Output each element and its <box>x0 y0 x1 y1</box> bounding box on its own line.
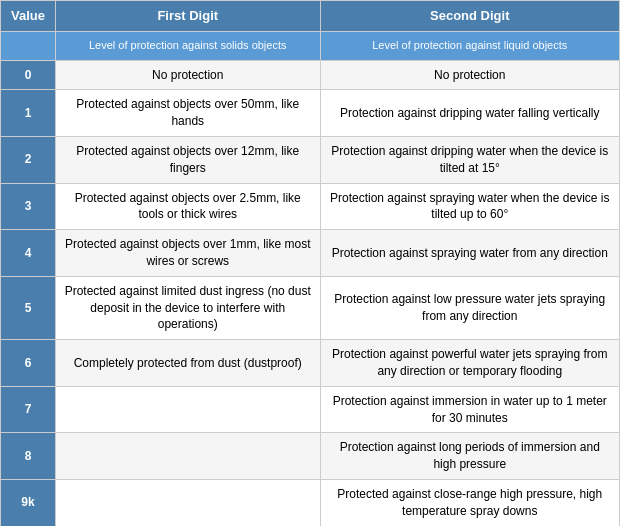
table-row: 0No protectionNo protection <box>1 60 620 90</box>
second-digit-sub-header: Level of protection against liquid objec… <box>320 32 619 60</box>
first-digit-cell <box>55 386 320 433</box>
first-digit-cell: Protected against limited dust ingress (… <box>55 276 320 339</box>
first-digit-cell <box>55 479 320 526</box>
value-cell: 9k <box>1 479 56 526</box>
first-digit-cell: Protected against objects over 2.5mm, li… <box>55 183 320 230</box>
table-row: 3Protected against objects over 2.5mm, l… <box>1 183 620 230</box>
value-cell: 0 <box>1 60 56 90</box>
table-row: 1Protected against objects over 50mm, li… <box>1 90 620 137</box>
table-row: 2Protected against objects over 12mm, li… <box>1 136 620 183</box>
first-digit-cell: Protected against objects over 50mm, lik… <box>55 90 320 137</box>
table-row: 4Protected against objects over 1mm, lik… <box>1 230 620 277</box>
second-digit-header: Second Digit <box>320 1 619 32</box>
second-digit-cell: Protection against low pressure water je… <box>320 276 619 339</box>
value-cell: 4 <box>1 230 56 277</box>
table-row: 6Completely protected from dust (dustpro… <box>1 340 620 387</box>
value-cell: 5 <box>1 276 56 339</box>
value-cell: 6 <box>1 340 56 387</box>
second-digit-cell: Protected against close-range high press… <box>320 479 619 526</box>
table-row: 5Protected against limited dust ingress … <box>1 276 620 339</box>
table-row: 8Protection against long periods of imme… <box>1 433 620 480</box>
table-row: 9kProtected against close-range high pre… <box>1 479 620 526</box>
header-top-row: Value First Digit Second Digit <box>1 1 620 32</box>
second-digit-cell: Protection against spraying water from a… <box>320 230 619 277</box>
value-cell: 2 <box>1 136 56 183</box>
second-digit-cell: Protection against immersion in water up… <box>320 386 619 433</box>
header-sub-row: Level of protection against solids objec… <box>1 32 620 60</box>
second-digit-cell: Protection against powerful water jets s… <box>320 340 619 387</box>
first-digit-cell: Protected against objects over 1mm, like… <box>55 230 320 277</box>
value-cell: 7 <box>1 386 56 433</box>
value-sub-header <box>1 32 56 60</box>
value-header: Value <box>1 1 56 32</box>
table-row: 7Protection against immersion in water u… <box>1 386 620 433</box>
value-cell: 8 <box>1 433 56 480</box>
value-cell: 3 <box>1 183 56 230</box>
first-digit-cell: No protection <box>55 60 320 90</box>
first-digit-header: First Digit <box>55 1 320 32</box>
second-digit-cell: Protection against spraying water when t… <box>320 183 619 230</box>
table-body: 0No protectionNo protection1Protected ag… <box>1 60 620 526</box>
value-cell: 1 <box>1 90 56 137</box>
second-digit-cell: Protection against dripping water when t… <box>320 136 619 183</box>
first-digit-cell <box>55 433 320 480</box>
first-digit-cell: Completely protected from dust (dustproo… <box>55 340 320 387</box>
second-digit-cell: Protection against long periods of immer… <box>320 433 619 480</box>
ip-rating-table: Value First Digit Second Digit Level of … <box>0 0 620 526</box>
second-digit-cell: No protection <box>320 60 619 90</box>
first-digit-cell: Protected against objects over 12mm, lik… <box>55 136 320 183</box>
first-digit-sub-header: Level of protection against solids objec… <box>55 32 320 60</box>
second-digit-cell: Protection against dripping water fallin… <box>320 90 619 137</box>
